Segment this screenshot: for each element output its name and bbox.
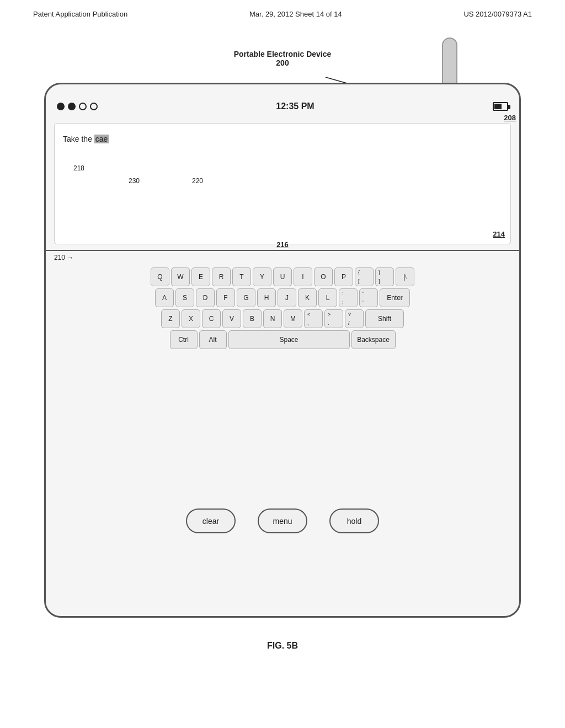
battery-fill (494, 104, 502, 109)
key-quote[interactable]: "' (359, 288, 378, 307)
key-y[interactable]: Y (253, 267, 271, 286)
key-comma[interactable]: <, (304, 309, 323, 328)
dot-1 (57, 103, 65, 110)
key-q[interactable]: Q (151, 267, 169, 286)
key-u[interactable]: U (273, 267, 292, 286)
key-slash[interactable]: ?/ (345, 309, 364, 328)
key-c[interactable]: C (202, 309, 221, 328)
annotation-230: 230 (129, 177, 140, 185)
key-semicolon[interactable]: :; (339, 288, 358, 307)
key-backslash[interactable]: |\ (396, 267, 414, 286)
key-e[interactable]: E (191, 267, 210, 286)
text-content: Take the cae (55, 124, 510, 154)
key-a[interactable]: A (155, 288, 174, 307)
key-j[interactable]: J (278, 288, 296, 307)
header-left: Patent Application Publication (33, 10, 127, 18)
key-rbracket[interactable]: }] (375, 267, 394, 286)
time-display: 12:35 PM (276, 101, 314, 111)
key-enter[interactable]: Enter (380, 288, 410, 307)
hold-button[interactable]: hold (329, 508, 379, 533)
device-label: Portable Electronic Device 200 (0, 50, 565, 67)
key-backspace[interactable]: Backspace (351, 330, 396, 349)
key-lbracket[interactable]: {[ (355, 267, 374, 286)
key-v[interactable]: V (222, 309, 241, 328)
key-alt[interactable]: Alt (199, 330, 227, 349)
signal-dots (57, 103, 98, 110)
keyboard-section: 210 → Q W E R T Y U I O P {[ }] |\ A (54, 251, 511, 550)
key-b[interactable]: B (243, 309, 262, 328)
device-body: 12:35 PM 208 Take the cae 214 218 230 22… (44, 83, 521, 618)
dot-2 (68, 103, 76, 110)
device-label-line1: Portable Electronic Device (234, 50, 332, 58)
battery-icon (493, 102, 508, 111)
patent-header: Patent Application Publication Mar. 29, … (33, 10, 532, 18)
label-210: 210 → (54, 254, 73, 261)
key-r[interactable]: R (212, 267, 231, 286)
key-shift[interactable]: Shift (365, 309, 404, 328)
key-w[interactable]: W (171, 267, 190, 286)
cursor-selection: cae (94, 135, 109, 143)
key-m[interactable]: M (284, 309, 302, 328)
key-period[interactable]: >. (324, 309, 343, 328)
key-space[interactable]: Space (228, 330, 350, 349)
key-d[interactable]: D (196, 288, 215, 307)
key-ctrl[interactable]: Ctrl (170, 330, 198, 349)
text-before-cursor: Take the (63, 135, 94, 143)
key-n[interactable]: N (263, 309, 282, 328)
label-208: 208 (504, 114, 516, 122)
key-z[interactable]: Z (161, 309, 180, 328)
key-l[interactable]: L (318, 288, 337, 307)
status-bar: 12:35 PM (57, 95, 508, 117)
key-o[interactable]: O (314, 267, 333, 286)
dot-3 (79, 103, 87, 110)
key-h[interactable]: H (257, 288, 276, 307)
label-216: 216 (46, 240, 519, 249)
key-s[interactable]: S (175, 288, 194, 307)
key-i[interactable]: I (294, 267, 312, 286)
header-center: Mar. 29, 2012 Sheet 14 of 14 (249, 10, 342, 18)
text-area-section[interactable]: 208 Take the cae 214 (54, 123, 511, 244)
key-g[interactable]: G (237, 288, 255, 307)
hardware-buttons: clear menu hold (54, 508, 511, 533)
key-p[interactable]: P (334, 267, 353, 286)
key-x[interactable]: X (182, 309, 200, 328)
kb-row-3: Z X C V B N M <, >. ?/ Shift (54, 309, 511, 328)
annotation-218: 218 (73, 164, 84, 172)
figure-caption: FIG. 5B (0, 641, 565, 651)
clear-button[interactable]: clear (186, 508, 236, 533)
key-f[interactable]: F (216, 288, 235, 307)
header-right: US 2012/0079373 A1 (463, 10, 532, 18)
annotation-220: 220 (192, 177, 203, 185)
menu-button[interactable]: menu (258, 508, 307, 533)
dot-4 (90, 103, 98, 110)
kb-row-2: A S D F G H J K L :; "' Enter (54, 288, 511, 307)
kb-row-4: Ctrl Alt Space Backspace (54, 330, 511, 349)
key-k[interactable]: K (298, 288, 317, 307)
keyboard-rows: Q W E R T Y U I O P {[ }] |\ A S D F G (54, 267, 511, 351)
device-label-line2: 200 (276, 58, 289, 67)
key-t[interactable]: T (232, 267, 251, 286)
kb-row-1: Q W E R T Y U I O P {[ }] |\ (54, 267, 511, 286)
label-214: 214 (493, 230, 505, 238)
